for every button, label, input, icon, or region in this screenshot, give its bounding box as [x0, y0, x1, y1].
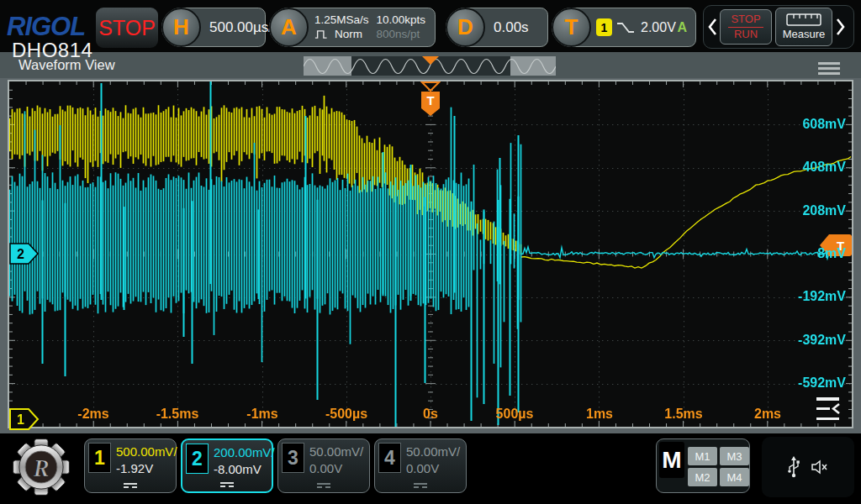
sweep-mode: A — [677, 20, 687, 35]
math-button[interactable]: M M1 M3 M2 M4 — [656, 438, 750, 493]
bottom-bar: R 1 500.00mV/ -1.92V 2 200.00mV/ -8.00mV — [0, 433, 861, 504]
delay-settings-button[interactable]: D 0.00s — [446, 8, 548, 47]
tab-waveform-view[interactable]: Waveform View — [18, 57, 115, 73]
volt-label: 408mV — [779, 160, 846, 175]
svg-text:R: R — [32, 454, 49, 481]
channel-2-button[interactable]: 2 200.00mV/ -8.00mV — [181, 438, 273, 493]
chevron-left-icon[interactable] — [706, 8, 718, 45]
results-collapse-icon[interactable] — [816, 397, 840, 420]
trigger-icon: T — [552, 8, 591, 47]
channel-1-offset: -1.92V — [116, 460, 177, 477]
channel-4-offset: 0.00V — [406, 460, 460, 477]
ruler-icon — [786, 13, 821, 26]
sample-interval: 800ns/pt — [377, 28, 426, 41]
time-label: 1ms — [569, 407, 630, 422]
gear-icon: R — [11, 437, 71, 497]
volt-label: -592mV — [779, 375, 846, 391]
waveform-canvas — [9, 81, 852, 427]
math-m4-button[interactable]: M4 — [720, 468, 749, 486]
stop-label: STOP — [731, 13, 760, 25]
delay-icon: D — [446, 8, 485, 47]
dc-coupling-icon — [414, 483, 427, 488]
rigol-gear-button[interactable]: R — [7, 436, 76, 498]
run-label: RUN — [734, 29, 758, 40]
time-label: 2ms — [737, 407, 798, 422]
volt-label: 208mV — [779, 203, 846, 218]
status-icons — [762, 437, 854, 497]
channel-4-button[interactable]: 4 50.00mV/ 0.00V — [374, 438, 467, 493]
delay-value: 0.00s — [494, 19, 529, 36]
acquisition-settings-button[interactable]: A 1.25MSa/s Norm 10.00kpts 800ns/pt — [269, 8, 436, 47]
time-label: -1ms — [232, 407, 293, 422]
channel-1-scale: 500.00mV/ — [116, 444, 177, 460]
channel-3-number: 3 — [282, 443, 304, 473]
acquisition-mode: Norm — [335, 28, 362, 41]
math-m1-button[interactable]: M1 — [688, 447, 717, 465]
trigger-position-marker[interactable]: T — [421, 92, 440, 116]
oscilloscope-screen: RIGOL STOP H 500.00µs/ A 1.25MSa/s Norm … — [0, 0, 861, 504]
time-label: -1.5ms — [147, 407, 208, 422]
ch1-offset-marker[interactable]: 1 — [9, 408, 40, 430]
dc-coupling-icon — [220, 482, 234, 487]
timebase-value: 500.00µs/ — [209, 19, 272, 36]
trigger-settings-button[interactable]: T 1 2.00V A — [552, 8, 696, 47]
chevron-right-icon[interactable] — [834, 8, 846, 45]
volt-label: -392mV — [779, 333, 846, 348]
speaker-muted-icon[interactable] — [811, 459, 829, 475]
memory-depth: 10.00kpts — [377, 13, 426, 27]
ch2-offset-marker[interactable]: 2 — [9, 243, 40, 265]
channel-3-offset: 0.00V — [309, 460, 363, 477]
horizontal-icon: H — [161, 8, 201, 47]
svg-text:1: 1 — [17, 412, 24, 427]
falling-edge-icon — [615, 20, 636, 35]
measure-label: Measure — [783, 28, 826, 40]
math-label: M — [659, 442, 684, 478]
menu-icon[interactable] — [818, 62, 840, 77]
channel-2-offset: -8.00mV — [214, 461, 275, 478]
usb-icon — [787, 456, 800, 478]
time-label: 1.5ms — [653, 407, 714, 422]
rigol-logo: RIGOL — [7, 12, 85, 42]
channel-3-button[interactable]: 3 50.00mV/ 0.00V — [277, 438, 370, 493]
trigger-position-ghost-icon — [420, 81, 441, 92]
math-m3-button[interactable]: M3 — [720, 447, 749, 465]
channel-2-scale: 200.00mV/ — [214, 444, 275, 461]
volt-label: -192mV — [779, 289, 846, 304]
waveform-plot[interactable]: T T 2 1 608mV 408mV 208mV 8mV -192mV -39… — [8, 80, 853, 428]
dc-coupling-icon — [124, 483, 137, 488]
time-label: -2ms — [63, 407, 124, 422]
horizontal-settings-button[interactable]: H 500.00µs/ — [161, 8, 266, 47]
channel-1-number: 1 — [88, 443, 111, 473]
overview-trigger-indicator — [422, 56, 439, 65]
quick-menu: STOP RUN Measure — [703, 5, 854, 49]
trigger-source-badge: 1 — [596, 18, 612, 36]
dc-coupling-icon — [317, 483, 330, 488]
math-m2-button[interactable]: M2 — [688, 468, 717, 486]
time-label: 500µs — [484, 407, 545, 422]
trigger-level-value: 2.00V — [641, 20, 676, 35]
time-label: -500µs — [316, 407, 377, 422]
channel-2-number: 2 — [186, 444, 209, 474]
volt-label: 8mV — [779, 246, 846, 261]
time-label: 0s — [400, 407, 461, 422]
pulse-icon — [314, 29, 331, 39]
timebase-overview[interactable] — [304, 56, 556, 76]
channel-4-scale: 50.00mV/ — [406, 444, 460, 460]
acquisition-status-button[interactable]: STOP — [96, 8, 158, 48]
channel-1-button[interactable]: 1 500.00mV/ -1.92V — [84, 438, 177, 493]
svg-text:2: 2 — [17, 247, 24, 261]
plot-frame: T T 2 1 608mV 408mV 208mV 8mV -192mV -39… — [0, 78, 861, 433]
measure-button[interactable]: Measure — [775, 8, 832, 46]
acquisition-icon: A — [269, 8, 309, 47]
channel-4-number: 4 — [378, 443, 401, 473]
top-toolbar: RIGOL STOP H 500.00µs/ A 1.25MSa/s Norm … — [0, 0, 861, 52]
sample-rate: 1.25MSa/s — [314, 13, 369, 27]
volt-label: 608mV — [779, 117, 846, 132]
channel-3-scale: 50.00mV/ — [309, 444, 363, 460]
stop-run-button[interactable]: STOP RUN — [720, 9, 772, 45]
